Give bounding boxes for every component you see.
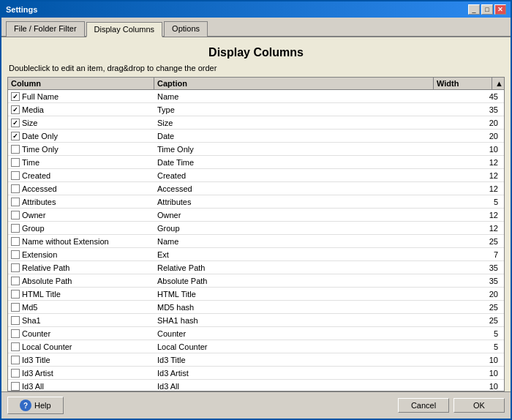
title-bar: Settings _ □ ✕ [1, 1, 511, 18]
width-cell: 20 [445, 118, 504, 128]
table-row[interactable]: AccessedAccessed12 [8, 182, 504, 195]
width-cell: 35 [445, 276, 504, 286]
width-cell: 10 [445, 368, 504, 378]
minimize-button[interactable]: _ [468, 4, 480, 15]
row-checkbox[interactable] [11, 303, 20, 312]
row-checkbox[interactable] [11, 105, 20, 114]
caption-cell: HTML Title [154, 289, 445, 299]
column-cell: Id3 Title [8, 355, 154, 365]
row-checkbox[interactable] [11, 263, 20, 272]
row-checkbox[interactable] [11, 92, 20, 101]
column-label: Relative Path [22, 263, 69, 272]
close-button[interactable]: ✕ [494, 4, 506, 15]
caption-cell: Date [154, 131, 445, 141]
caption-cell: Group [154, 223, 445, 233]
table-row[interactable]: HTML TitleHTML Title20 [8, 288, 504, 301]
table-row[interactable]: Date OnlyDate20 [8, 130, 504, 143]
table-row[interactable]: Id3 ArtistId3 Artist10 [8, 367, 504, 380]
subtitle: Doubleclick to edit an item, drag&drop t… [1, 64, 511, 77]
row-checkbox[interactable] [11, 132, 20, 140]
table-row[interactable]: ExtensionExt7 [8, 248, 504, 261]
tab-display-columns[interactable]: Display Columns [86, 22, 163, 37]
table-row[interactable]: OwnerOwner12 [8, 209, 504, 222]
row-checkbox[interactable] [11, 316, 20, 325]
table-row[interactable]: Md5MD5 hash25 [8, 301, 504, 314]
table-row[interactable]: GroupGroup12 [8, 222, 504, 235]
column-cell: Sha1 [8, 315, 154, 326]
row-checkbox[interactable] [11, 277, 20, 285]
width-cell: 35 [445, 105, 504, 115]
table-row[interactable]: SizeSize20 [8, 116, 504, 130]
help-button[interactable]: ? Help [7, 397, 64, 414]
column-label: Id3 Title [22, 356, 50, 364]
width-cell: 5 [445, 329, 504, 339]
row-checkbox[interactable] [11, 198, 20, 206]
caption-cell: Accessed [154, 184, 445, 194]
row-checkbox[interactable] [11, 356, 20, 364]
ok-button[interactable]: OK [453, 398, 505, 413]
table-row[interactable]: CounterCounter5 [8, 327, 504, 340]
table-row[interactable]: Full NameName45 [8, 90, 504, 103]
table-body[interactable]: Full NameName45MediaType35SizeSize20Date… [8, 90, 504, 391]
table-row[interactable]: Name without ExtensionName25 [8, 235, 504, 248]
row-checkbox[interactable] [11, 119, 20, 127]
table-row[interactable]: Relative PathRelative Path35 [8, 261, 504, 274]
row-checkbox[interactable] [11, 171, 20, 180]
column-cell: Created [8, 170, 154, 181]
column-cell: Time [8, 157, 154, 168]
column-cell: Date Only [8, 131, 154, 141]
tab-file-folder-filter[interactable]: File / Folder Filter [6, 21, 85, 37]
caption-cell: Size [154, 118, 445, 128]
column-label: Counter [22, 329, 50, 338]
table-row[interactable]: CreatedCreated12 [8, 169, 504, 182]
caption-cell: Owner [154, 210, 445, 220]
row-checkbox[interactable] [11, 184, 20, 193]
caption-cell: Type [154, 105, 445, 115]
width-cell: 10 [445, 381, 504, 391]
column-label: HTML Title [22, 290, 61, 299]
row-checkbox[interactable] [11, 237, 20, 246]
table-row[interactable]: TimeDate Time12 [8, 156, 504, 169]
col-header-width: Width [434, 78, 492, 89]
tab-bar: File / Folder Filter Display Columns Opt… [1, 18, 511, 37]
caption-cell: Absolute Path [154, 276, 445, 286]
row-checkbox[interactable] [11, 145, 20, 154]
column-label: Media [22, 105, 44, 114]
column-cell: Id3 Artist [8, 368, 154, 378]
caption-cell: Attributes [154, 197, 445, 207]
row-checkbox[interactable] [11, 211, 20, 220]
width-cell: 25 [445, 302, 504, 312]
table-row[interactable]: Time OnlyTime Only10 [8, 143, 504, 156]
row-checkbox[interactable] [11, 158, 20, 167]
row-checkbox[interactable] [11, 224, 20, 233]
column-cell: Size [8, 118, 154, 128]
width-cell: 10 [445, 355, 504, 365]
column-label: Name without Extension [22, 237, 109, 246]
width-cell: 45 [445, 91, 504, 102]
table-row[interactable]: Id3 TitleId3 Title10 [8, 353, 504, 367]
column-label: Full Name [22, 92, 59, 101]
cancel-button[interactable]: Cancel [398, 398, 449, 413]
column-label: Date Only [22, 132, 58, 140]
row-checkbox[interactable] [11, 329, 20, 338]
table-row[interactable]: MediaType35 [8, 103, 504, 116]
caption-cell: Counter [154, 329, 445, 339]
column-cell: Media [8, 105, 154, 115]
width-cell: 12 [445, 223, 504, 233]
table-row[interactable]: Absolute PathAbsolute Path35 [8, 274, 504, 288]
table-row[interactable]: Id3 AllId3 All10 [8, 380, 504, 391]
column-label: Created [22, 171, 50, 180]
row-checkbox[interactable] [11, 382, 20, 391]
table-row[interactable]: Local CounterLocal Counter5 [8, 340, 504, 353]
maximize-button[interactable]: □ [481, 4, 493, 15]
row-checkbox[interactable] [11, 369, 20, 378]
row-checkbox[interactable] [11, 342, 20, 351]
column-cell: Absolute Path [8, 276, 154, 286]
table-row[interactable]: Sha1SHA1 hash25 [8, 314, 504, 327]
caption-cell: MD5 hash [154, 302, 445, 312]
column-label: Extension [22, 250, 57, 259]
tab-options[interactable]: Options [164, 21, 208, 37]
row-checkbox[interactable] [11, 290, 20, 299]
row-checkbox[interactable] [11, 250, 20, 259]
table-row[interactable]: AttributesAttributes5 [8, 195, 504, 209]
